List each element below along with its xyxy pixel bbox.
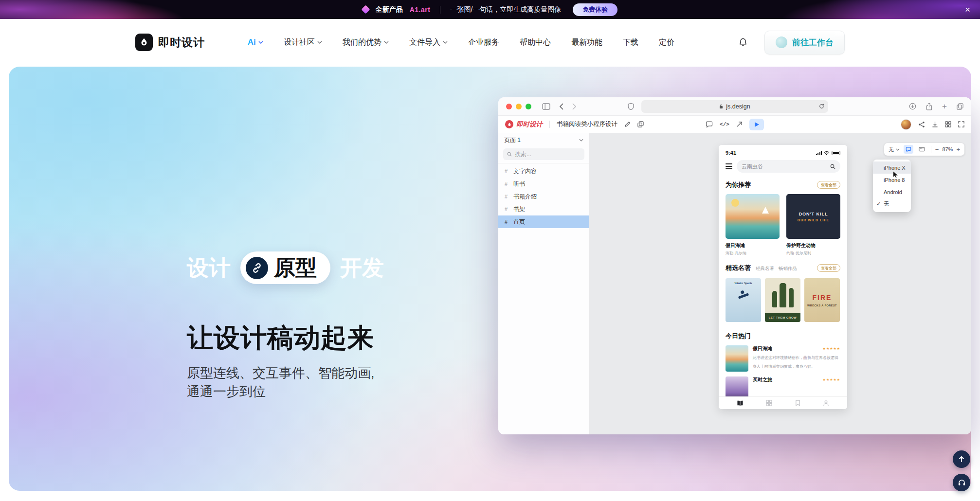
site-logo[interactable]: 即时设计: [135, 34, 205, 51]
layer-item[interactable]: #听书: [498, 178, 589, 190]
fullscreen-icon[interactable]: [958, 121, 964, 127]
tab-profile-icon[interactable]: [823, 400, 829, 406]
preview-play-button[interactable]: [749, 119, 764, 130]
layer-item[interactable]: #书架: [498, 203, 589, 215]
refresh-icon[interactable]: [819, 104, 824, 109]
featured-tab-bestseller[interactable]: 畅销作品: [779, 266, 797, 272]
downloads-icon[interactable]: [909, 103, 916, 110]
notification-bell-icon[interactable]: [738, 37, 748, 47]
tab-categories-icon[interactable]: [766, 400, 772, 406]
toolbar-divider: [549, 121, 550, 128]
goto-workspace-button[interactable]: 前往工作台: [764, 31, 845, 54]
share-icon[interactable]: [926, 103, 932, 110]
layer-item[interactable]: #文字内容: [498, 165, 589, 178]
hot-list-item[interactable]: 假日海滩 ★★★★★ 此书讲述这对环境情绪创作，曲折与世界各族逻辑身人士的情感交…: [726, 345, 840, 372]
keyboard-icon[interactable]: [917, 145, 927, 154]
minimize-window-icon[interactable]: [516, 104, 522, 109]
nav-item-whats-new[interactable]: 最新功能: [571, 37, 602, 48]
zoom-out-button[interactable]: −: [935, 146, 939, 153]
nav-item-import[interactable]: 文件导入: [409, 37, 448, 48]
hero-keywords: 设计 原型 开发: [187, 251, 384, 284]
browser-window: js.design +: [498, 97, 971, 434]
browser-titlebar: js.design +: [498, 97, 971, 116]
featured-tab-classic[interactable]: 经典名著: [756, 266, 774, 272]
editor-logo-icon: [505, 120, 513, 128]
layout-grid-icon[interactable]: [945, 121, 951, 127]
promo-banner: 全新产品 A1.art 一张图/一句话，立即生成高质量图像 免费体验 ×: [0, 0, 980, 19]
tab-bookshelf-icon[interactable]: [737, 400, 744, 406]
duplicate-icon[interactable]: [637, 121, 644, 127]
book-search-input[interactable]: 云南虫谷: [737, 160, 840, 173]
nav-item-community[interactable]: 设计社区: [284, 37, 322, 48]
new-tab-icon[interactable]: +: [942, 102, 947, 111]
nav-right-group: 前往工作台: [738, 31, 845, 54]
sidebar-toggle-icon[interactable]: [542, 103, 550, 110]
recommend-see-all[interactable]: 查看全部: [817, 181, 840, 189]
search-icon: [507, 152, 512, 157]
device-option-iphone-x[interactable]: iPhone X: [873, 161, 911, 174]
url-text: js.design: [726, 103, 750, 110]
poster-fire[interactable]: FIRE WRECKS A FOREST: [804, 278, 840, 322]
layer-item[interactable]: #书籍介绍: [498, 190, 589, 203]
device-option-none[interactable]: ✓ 无: [873, 198, 911, 210]
device-selector[interactable]: 无: [889, 146, 900, 153]
user-avatar[interactable]: [901, 119, 911, 130]
comment-icon[interactable]: [706, 121, 713, 128]
promo-tagline: 一张图/一句话，立即生成高质量图像: [450, 5, 561, 14]
featured-see-all[interactable]: 查看全部: [817, 264, 840, 272]
main-nav: 即时设计 Ai 设计社区 我们的优势 文件导入 企业服务 帮助中心 最新功能 下…: [0, 19, 980, 66]
device-frame-icon[interactable]: [904, 145, 913, 154]
hero-word-prototype: 原型: [274, 253, 317, 282]
address-bar[interactable]: js.design: [641, 100, 828, 113]
back-to-top-button[interactable]: [953, 450, 970, 468]
hot-thumb-beach: [726, 345, 748, 372]
tab-bookmark-icon[interactable]: [795, 400, 800, 406]
chevron-down-icon: [579, 139, 583, 142]
nav-item-download[interactable]: 下载: [623, 37, 638, 48]
customer-support-button[interactable]: [953, 474, 970, 491]
close-window-icon[interactable]: [506, 104, 512, 109]
zoom-in-button[interactable]: +: [956, 146, 960, 153]
rename-pen-icon[interactable]: [624, 121, 631, 127]
promo-product-label: 全新产品: [376, 5, 403, 14]
book-card[interactable]: DON'T KILL OUR WILD LIFE 保护野生动物 约翰·优尔尼利: [786, 194, 840, 256]
device-option-android[interactable]: Android: [873, 186, 911, 198]
zoom-level[interactable]: 87%: [942, 146, 953, 152]
nav-item-help[interactable]: 帮助中心: [520, 37, 551, 48]
nav-item-ai[interactable]: Ai: [248, 37, 263, 47]
phone-artboard[interactable]: 9:41 云南虫谷: [719, 145, 847, 409]
code-mode-icon[interactable]: </>: [720, 122, 729, 127]
nav-item-advantages[interactable]: 我们的优势: [343, 37, 389, 48]
book-card[interactable]: 假日海滩 海勒·凡尔纳: [726, 194, 780, 256]
layer-item-selected[interactable]: #首页: [498, 215, 589, 228]
editor-canvas[interactable]: 9:41 云南虫谷: [590, 133, 971, 434]
layers-search-input[interactable]: 搜索...: [503, 148, 584, 160]
zoom-window-icon[interactable]: [526, 104, 531, 109]
prototype-arrow-icon[interactable]: [736, 121, 743, 127]
page-selector[interactable]: 页面 1: [498, 133, 589, 147]
forward-icon[interactable]: [572, 103, 577, 110]
back-icon[interactable]: [559, 103, 563, 110]
menu-hamburger-icon[interactable]: [726, 163, 732, 169]
poster-let-them-grow[interactable]: LET THEM GROW: [765, 278, 800, 322]
rating-stars: ★★★★★: [823, 347, 840, 351]
nav-item-enterprise[interactable]: 企业服务: [468, 37, 499, 48]
book-cover-wildlife: DON'T KILL OUR WILD LIFE: [786, 194, 840, 239]
arrow-up-icon: [958, 456, 965, 463]
free-trial-button[interactable]: 免费体验: [573, 3, 617, 16]
device-option-iphone-8[interactable]: iPhone 8: [873, 174, 911, 186]
nav-item-pricing[interactable]: 定价: [659, 37, 674, 48]
editor-logo[interactable]: 即时设计: [505, 120, 543, 129]
lock-icon: [719, 104, 723, 109]
layer-list: #文字内容 #听书 #书籍介绍 #书架 #首页: [498, 163, 589, 228]
banner-close-icon[interactable]: ×: [965, 0, 970, 19]
hero-title: 让设计稿动起来: [187, 321, 374, 356]
tab-overview-icon[interactable]: [957, 103, 963, 110]
frame-icon: #: [505, 219, 509, 225]
poster-winter-sports[interactable]: Winter Sports: [726, 278, 761, 322]
export-download-icon[interactable]: [932, 121, 938, 127]
skier-shape: [738, 293, 749, 299]
editor-toolbar: 即时设计 书籍阅读类小程序设计 </>: [498, 116, 971, 133]
privacy-shield-icon[interactable]: [628, 103, 634, 110]
share-nodes-icon[interactable]: [918, 121, 925, 128]
